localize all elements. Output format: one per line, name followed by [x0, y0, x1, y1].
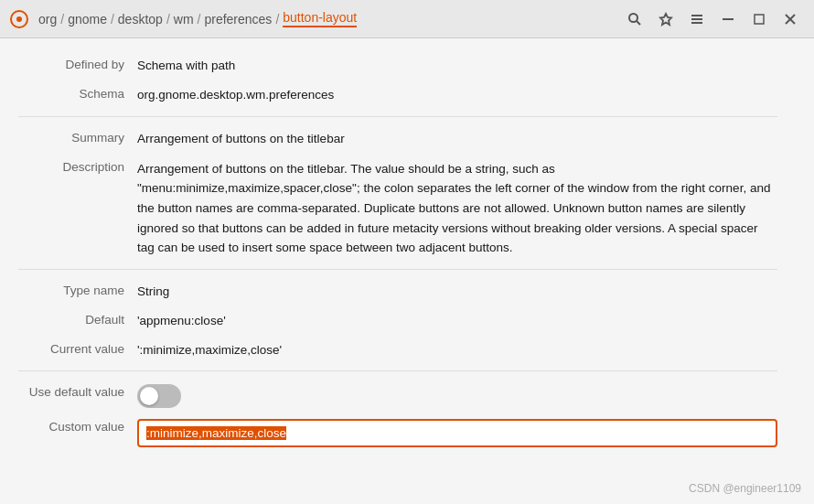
search-button[interactable]: [620, 6, 649, 32]
defined-by-value: Schema with path: [137, 57, 777, 75]
custom-value-label: Custom value: [18, 419, 137, 434]
summary-value: Arrangement of buttons on the titlebar: [137, 130, 777, 148]
default-value: 'appmenu:close': [137, 312, 777, 330]
svg-marker-4: [660, 14, 671, 25]
description-value: Arrangement of buttons on the titlebar. …: [137, 159, 777, 258]
summary-label: Summary: [18, 130, 137, 145]
svg-point-1: [16, 16, 22, 22]
custom-value-input[interactable]: [137, 419, 777, 447]
svg-rect-5: [691, 15, 702, 16]
divider-1: [18, 116, 777, 117]
bookmark-button[interactable]: [651, 6, 680, 32]
svg-point-2: [629, 14, 637, 22]
breadcrumb-item-preferences[interactable]: preferences: [204, 12, 272, 27]
summary-row: Summary Arrangement of buttons on the ti…: [18, 130, 777, 148]
use-default-toggle[interactable]: [137, 384, 181, 408]
toggle-knob: [140, 387, 158, 405]
window-controls: [620, 6, 805, 32]
menu-button[interactable]: [682, 6, 712, 32]
breadcrumb: org / gnome / desktop / wm / preferences…: [38, 10, 615, 27]
type-name-value: String: [137, 283, 777, 301]
watermark: CSDN @engineer1109: [689, 482, 801, 495]
use-default-toggle-container: [137, 384, 777, 408]
breadcrumb-item-wm[interactable]: wm: [174, 12, 194, 27]
minimize-button[interactable]: [713, 6, 743, 32]
breadcrumb-item-org[interactable]: org: [38, 12, 57, 27]
titlebar: org / gnome / desktop / wm / preferences…: [0, 0, 814, 38]
svg-rect-8: [723, 18, 734, 20]
defined-by-row: Defined by Schema with path: [18, 57, 777, 75]
type-name-row: Type name String: [18, 283, 777, 301]
svg-rect-7: [691, 22, 702, 24]
current-value-row: Current value ':minimize,maximize,close': [18, 341, 777, 359]
defined-by-label: Defined by: [18, 57, 137, 71]
svg-line-3: [637, 21, 640, 25]
type-name-label: Type name: [18, 283, 137, 297]
maximize-button[interactable]: [744, 6, 774, 32]
description-row: Description Arrangement of buttons on th…: [18, 159, 777, 258]
default-row: Default 'appmenu:close': [18, 312, 777, 330]
use-default-label: Use default value: [18, 384, 137, 399]
use-default-row: Use default value: [18, 384, 777, 408]
close-button[interactable]: [776, 6, 805, 32]
current-value-label: Current value: [18, 341, 137, 356]
svg-rect-9: [755, 15, 764, 24]
schema-row: Schema org.gnome.desktop.wm.preferences: [18, 86, 777, 104]
divider-3: [18, 370, 777, 371]
breadcrumb-item-button-layout[interactable]: button-layout: [283, 10, 357, 27]
breadcrumb-item-desktop[interactable]: desktop: [118, 12, 163, 27]
custom-value-input-container: [137, 419, 777, 447]
current-value-value: ':minimize,maximize,close': [137, 341, 777, 359]
custom-value-row: Custom value: [18, 419, 777, 447]
schema-value: org.gnome.desktop.wm.preferences: [137, 86, 777, 104]
schema-label: Schema: [18, 86, 137, 101]
divider-2: [18, 269, 777, 270]
main-content: Defined by Schema with path Schema org.g…: [0, 38, 814, 477]
description-label: Description: [18, 159, 137, 174]
app-logo: [9, 9, 29, 29]
svg-rect-6: [691, 18, 702, 20]
default-label: Default: [18, 312, 137, 327]
breadcrumb-item-gnome[interactable]: gnome: [68, 12, 107, 27]
